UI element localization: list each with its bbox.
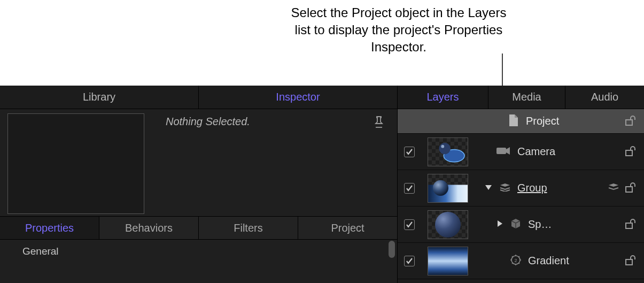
preview-region: Nothing Selected.	[0, 109, 397, 216]
svg-rect-7	[496, 148, 506, 154]
pin-icon[interactable]	[374, 116, 384, 132]
camera-icon	[496, 146, 511, 158]
svg-point-9	[433, 180, 448, 195]
layer-label-sphere: Sp…	[528, 218, 619, 231]
cube-3d-icon	[510, 218, 522, 232]
lock-icon[interactable]	[624, 254, 637, 268]
layer-row-group[interactable]: Group	[398, 170, 644, 206]
svg-point-5	[439, 142, 450, 154]
disclosure-down-icon[interactable]	[484, 183, 493, 193]
layer-label-gradient: Gradient	[528, 255, 619, 267]
inspector-top-tabs: Library Inspector	[0, 86, 397, 109]
sub-tab-behaviors[interactable]: Behaviors	[99, 217, 199, 239]
layer-thumbnail-group	[428, 174, 468, 203]
group-disclosure-wrap	[477, 183, 511, 194]
section-general-label: General	[22, 246, 59, 257]
tab-layers[interactable]: Layers	[398, 86, 488, 109]
layers-stack-icon	[608, 183, 619, 194]
layer-label-project: Project	[526, 115, 619, 127]
layer-row-sphere[interactable]: Sp…	[398, 206, 644, 243]
inspector-scrollbar[interactable]	[389, 241, 395, 258]
layer-row-gradient[interactable]: 2 Gradient	[398, 243, 644, 279]
layer-visible-checkbox[interactable]	[404, 183, 415, 194]
inspector-sub-tabs: Properties Behaviors Filters Project	[0, 216, 397, 240]
layer-label-camera: Camera	[517, 146, 619, 158]
section-general[interactable]: General	[0, 240, 397, 263]
lock-icon[interactable]	[624, 114, 637, 128]
layer-thumbnail-gradient	[428, 247, 468, 276]
lock-icon[interactable]	[624, 181, 637, 195]
tab-media[interactable]: Media	[488, 86, 565, 109]
generator-gear-icon: 2	[510, 254, 522, 268]
tab-audio[interactable]: Audio	[565, 86, 644, 109]
svg-point-6	[441, 144, 444, 148]
layer-visible-checkbox[interactable]	[404, 147, 415, 157]
preview-label: Nothing Selected.	[166, 116, 250, 128]
tab-inspector[interactable]: Inspector	[199, 86, 397, 109]
layer-visible-checkbox[interactable]	[404, 256, 415, 266]
disclosure-right-icon[interactable]	[496, 219, 503, 230]
layer-row-camera[interactable]: Camera	[398, 134, 644, 170]
sub-tab-filters[interactable]: Filters	[199, 217, 298, 239]
sphere-disclosure-wrap	[477, 218, 522, 232]
callout-text: Select the Project object in the Layers …	[289, 4, 508, 56]
app-window: Library Inspector Nothing Selected. Prop…	[0, 86, 644, 283]
preview-thumbnail	[7, 113, 144, 214]
layer-row-project[interactable]: Project	[398, 109, 644, 134]
layer-thumbnail-sphere	[428, 210, 468, 239]
svg-text:2: 2	[514, 258, 517, 263]
project-panel-tabs: Layers Media Audio	[398, 86, 644, 109]
layer-visible-checkbox[interactable]	[404, 219, 415, 230]
lock-icon[interactable]	[624, 145, 637, 159]
layer-label-group: Group	[517, 182, 603, 194]
lock-icon[interactable]	[624, 218, 637, 232]
sub-tab-properties[interactable]: Properties	[0, 217, 99, 239]
project-type-icon-wrap	[485, 113, 519, 129]
gradient-type-icon-wrap: 2	[477, 254, 522, 268]
callout-region: Select the Project object in the Layers …	[0, 0, 644, 86]
project-file-icon	[508, 113, 519, 129]
layers-list: Project	[398, 109, 644, 283]
tab-library[interactable]: Library	[0, 86, 199, 109]
layer-thumbnail-camera	[428, 137, 468, 166]
camera-type-icon-wrap	[477, 146, 511, 158]
sub-tab-project[interactable]: Project	[298, 217, 397, 239]
inspector-body: Nothing Selected. Properties Behaviors F…	[0, 109, 397, 283]
inspector-panel: Library Inspector Nothing Selected. Prop…	[0, 86, 398, 283]
layers-panel: Layers Media Audio Project	[398, 86, 644, 283]
layers-stack-icon	[499, 183, 511, 194]
